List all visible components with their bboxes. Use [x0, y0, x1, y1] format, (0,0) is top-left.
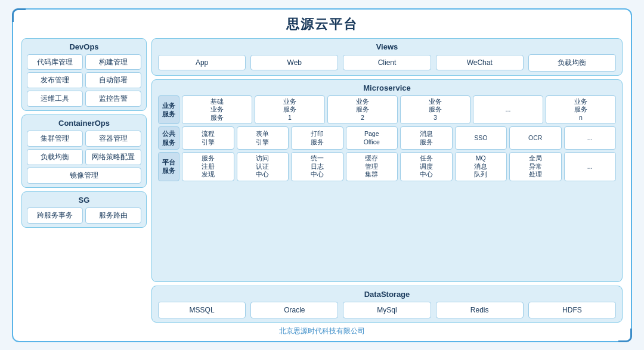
- containerops-item-4: 网络策略配置: [85, 149, 141, 165]
- view-client: Client: [343, 55, 431, 70]
- micro-cells-platform: 服务注册发现 访问认证中心 统一日志中心 缓存管理集群 任务调度中心 MQ消息队…: [182, 152, 616, 181]
- micro-cell-p4: PageOffice: [346, 126, 398, 150]
- data-mysql: MySql: [343, 302, 431, 318]
- micro-cell-b4: 业务服务3: [400, 95, 470, 125]
- micro-cell-p2: 表单引擎: [237, 126, 289, 150]
- datastorage-section: DataStorage MSSQL Oracle MySql Redis HDF…: [151, 286, 623, 323]
- micro-cells-business: 基础业务服务 业务服务1 业务服务2 业务服务3 ... 业务服务n: [182, 95, 616, 125]
- row-label-platform: 平台服务: [158, 152, 179, 181]
- micro-cell-p5: 消息服务: [400, 126, 453, 150]
- micro-cell-p3: 打印服务: [291, 126, 343, 150]
- containerops-section: ContainerOps 集群管理 容器管理 负载均衡 网络策略配置 镜像管理: [21, 114, 147, 188]
- containerops-grid: 集群管理 容器管理 负载均衡 网络策略配置 镜像管理: [27, 131, 141, 184]
- micro-cell-p1: 流程引擎: [182, 126, 234, 150]
- view-web: Web: [250, 55, 338, 70]
- devops-item-3: 发布管理: [27, 72, 83, 88]
- micro-cell-p6: SSO: [455, 126, 507, 150]
- devops-item-5: 运维工具: [27, 91, 83, 107]
- sg-item-1: 跨服务事务: [27, 207, 83, 224]
- containerops-item-2: 容器管理: [85, 131, 141, 147]
- containerops-item-1: 集群管理: [27, 131, 83, 147]
- devops-grid: 代码库管理 构建管理 发布管理 自动部署 运维工具 监控告警: [27, 54, 141, 107]
- content-row: DevOps 代码库管理 构建管理 发布管理 自动部署 运维工具 监控告警 Co…: [21, 38, 623, 323]
- main-container: 思源云平台 DevOps 代码库管理 构建管理 发布管理 自动部署 运维工具 监…: [12, 8, 632, 342]
- sg-section: SG 跨服务事务 服务路由: [21, 191, 147, 228]
- micro-cell-pl7: 全局异常处理: [509, 152, 562, 181]
- micro-cell-pl1: 服务注册发现: [182, 152, 234, 181]
- right-panel: Views App Web Client WeChat 负载均衡 Microse…: [151, 38, 623, 323]
- micro-cell-b3: 业务服务2: [327, 95, 398, 125]
- devops-item-6: 监控告警: [85, 91, 141, 107]
- micro-cell-b2: 业务服务1: [255, 95, 325, 125]
- micro-cell-b6: 业务服务n: [546, 95, 616, 125]
- view-app: App: [158, 55, 246, 70]
- row-label-public: 公共服务: [158, 126, 179, 150]
- microservice-grid: 业务服务 基础业务服务 业务服务1 业务服务2 业务服务3 ... 业务服务n …: [158, 95, 616, 181]
- micro-cell-b1: 基础业务服务: [182, 95, 252, 125]
- data-mssql: MSSQL: [158, 302, 246, 318]
- row-label-business: 业务服务: [158, 95, 179, 125]
- datastorage-title: DataStorage: [158, 290, 616, 299]
- micro-cell-p7: OCR: [509, 126, 562, 150]
- micro-cell-pl5: 任务调度中心: [400, 152, 453, 181]
- sg-item-2: 服务路由: [85, 207, 141, 224]
- micro-row-public: 公共服务 流程引擎 表单引擎 打印服务 PageOffice 消息服务 SSO …: [158, 126, 616, 150]
- view-loadbalance: 负载均衡: [528, 54, 616, 72]
- data-hdfs: HDFS: [528, 302, 616, 318]
- containerops-item-5: 镜像管理: [27, 168, 141, 184]
- view-wechat: WeChat: [436, 55, 524, 70]
- datastorage-items: MSSQL Oracle MySql Redis HDFS: [158, 302, 616, 318]
- micro-cell-pl6: MQ消息队列: [455, 152, 507, 181]
- micro-cell-b5: ...: [473, 95, 543, 125]
- footer-text: 北京思源时代科技有限公司: [21, 326, 623, 336]
- containerops-title: ContainerOps: [27, 119, 141, 128]
- sg-grid: 跨服务事务 服务路由: [27, 207, 141, 224]
- microservice-title: Microservice: [158, 83, 616, 92]
- devops-item-4: 自动部署: [85, 72, 141, 88]
- views-title: Views: [158, 42, 616, 51]
- micro-cell-p8: ...: [564, 126, 617, 150]
- devops-item-2: 构建管理: [85, 54, 141, 70]
- containerops-item-3: 负载均衡: [27, 149, 83, 165]
- micro-row-platform: 平台服务 服务注册发现 访问认证中心 统一日志中心 缓存管理集群 任务调度中心 …: [158, 152, 616, 181]
- views-items: App Web Client WeChat 负载均衡: [158, 54, 616, 72]
- devops-section: DevOps 代码库管理 构建管理 发布管理 自动部署 运维工具 监控告警: [21, 38, 147, 111]
- devops-item-1: 代码库管理: [27, 54, 83, 70]
- micro-cell-pl2: 访问认证中心: [237, 152, 289, 181]
- micro-row-business: 业务服务 基础业务服务 业务服务1 业务服务2 业务服务3 ... 业务服务n: [158, 95, 616, 125]
- devops-title: DevOps: [27, 42, 141, 51]
- sg-title: SG: [27, 196, 141, 205]
- views-section: Views App Web Client WeChat 负载均衡: [151, 38, 623, 76]
- data-redis: Redis: [436, 302, 524, 318]
- micro-cell-pl3: 统一日志中心: [291, 152, 343, 181]
- page-title: 思源云平台: [21, 16, 623, 33]
- micro-cell-pl8: ...: [564, 152, 617, 181]
- microservice-section: Microservice 业务服务 基础业务服务 业务服务1 业务服务2 业务服…: [151, 79, 623, 282]
- micro-cell-pl4: 缓存管理集群: [346, 152, 398, 181]
- left-panel: DevOps 代码库管理 构建管理 发布管理 自动部署 运维工具 监控告警 Co…: [21, 38, 147, 323]
- micro-cells-public: 流程引擎 表单引擎 打印服务 PageOffice 消息服务 SSO OCR .…: [182, 126, 616, 150]
- data-oracle: Oracle: [250, 302, 338, 318]
